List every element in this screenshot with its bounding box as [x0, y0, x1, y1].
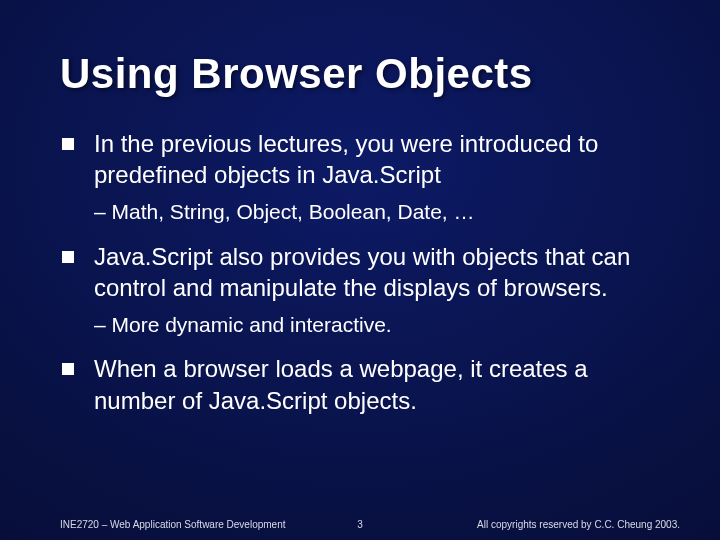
bullet-list: In the previous lectures, you were intro…: [60, 128, 660, 416]
footer-left: INE2720 – Web Application Software Devel…: [60, 519, 286, 530]
slide-number: 3: [357, 519, 363, 530]
square-bullet-icon: [62, 363, 74, 375]
list-item: In the previous lectures, you were intro…: [60, 128, 660, 190]
slide-footer: INE2720 – Web Application Software Devel…: [0, 519, 720, 530]
bullet-text: When a browser loads a webpage, it creat…: [94, 355, 588, 413]
list-item: Java.Script also provides you with objec…: [60, 241, 660, 303]
square-bullet-icon: [62, 138, 74, 150]
sub-bullet: – Math, String, Object, Boolean, Date, …: [60, 198, 660, 226]
bullet-text: In the previous lectures, you were intro…: [94, 130, 598, 188]
footer-right: All copyrights reserved by C.C. Cheung 2…: [477, 519, 680, 530]
square-bullet-icon: [62, 251, 74, 263]
slide-title: Using Browser Objects: [60, 50, 660, 98]
slide: Using Browser Objects In the previous le…: [0, 0, 720, 540]
bullet-text: Java.Script also provides you with objec…: [94, 243, 630, 301]
sub-bullet: – More dynamic and interactive.: [60, 311, 660, 339]
list-item: When a browser loads a webpage, it creat…: [60, 353, 660, 415]
